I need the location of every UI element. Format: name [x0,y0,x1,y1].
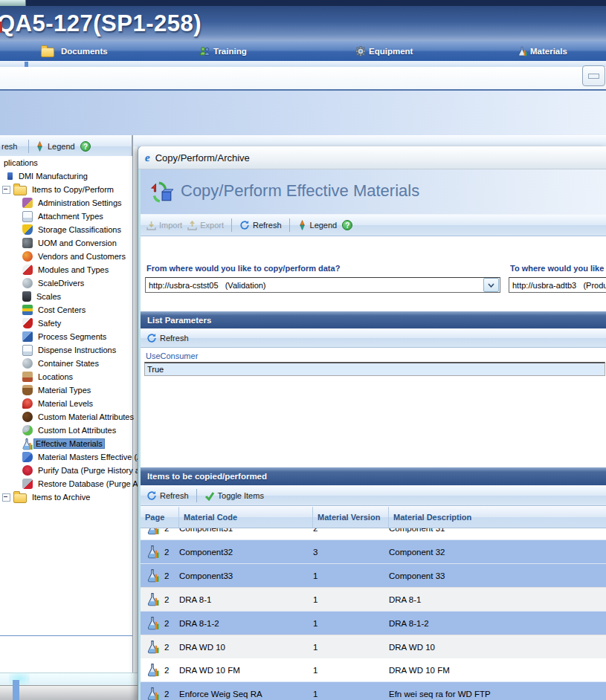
cell-code: Component32 [179,548,313,557]
tree-label: plications [2,158,39,167]
legend-icon [297,220,307,230]
refresh-icon [146,490,157,501]
refresh-button[interactable]: Refresh [239,220,282,230]
tree-item-attachment-types[interactable]: Attachment Types [0,210,132,223]
tree-item-administration-settings[interactable]: Administration Settings [0,196,132,210]
import-button[interactable]: Import [146,221,182,230]
toggle-items-button[interactable]: Toggle Items [204,491,264,501]
tree-item-scaledrivers[interactable]: ScaleDrivers [0,276,132,290]
refresh-label: resh [1,142,17,151]
menu-equipment[interactable]: Equipment [355,41,413,61]
top-strip [0,0,606,6]
table-row[interactable]: 2 DRA WD 10 FM 1 DRA WD 10 FM [141,658,606,681]
table-header: Page Material Code Material Version Mate… [141,507,606,528]
tree-label: Items to Copy/Perform [30,185,115,194]
cell-description: DRA 8-1 [389,595,606,604]
tree-label: Items to Archive [30,493,91,502]
tree-item-dmi-manufacturing[interactable]: DMI Manufacturing [0,169,132,183]
column-header-material-version[interactable]: Material Version [313,507,389,528]
tree-item-material-masters-effective[interactable]: Material Masters Effective (A [0,450,132,464]
tree-item-applications[interactable]: plications [0,156,132,169]
flask-icon [141,616,164,630]
tree-label: UOM and Conversion [36,239,118,247]
export-label: Export [200,221,224,230]
dialog-titlebar[interactable]: e Copy/Perform/Archive [138,146,606,169]
tree-panel-divider [0,635,132,636]
restore-button[interactable] [582,65,605,86]
from-select[interactable]: http://usbra-cstst05 (Validation) [145,277,500,293]
scrollbar-thumb[interactable] [13,680,19,700]
flask-icon [141,568,164,583]
tree-item-restore-database[interactable]: Restore Database (Purge All [0,477,132,490]
people-icon [199,46,210,56]
help-icon: ? [80,141,91,152]
menu-label: Equipment [369,47,413,56]
menu-materials[interactable]: Materials [517,41,567,61]
legend-label: Legend [48,142,75,151]
tree-item-purify-data[interactable]: Purify Data (Purge History a [0,464,132,477]
table-row[interactable]: 2 DRA WD 10 1 DRA WD 10 [141,635,606,658]
flask-icon [141,640,164,654]
tree-item-items-to-archive[interactable]: Items to Archive [0,490,132,504]
window-top-strip [0,61,606,67]
legend-button[interactable]: Legend [35,136,75,157]
export-button[interactable]: Export [187,221,224,230]
cell-page: 2 [164,528,179,533]
tree-label: Material Types [36,386,92,395]
tree-item-storage-classifications[interactable]: Storage Classifications [0,223,132,236]
flask-icon [517,46,527,56]
cell-page: 2 [164,666,179,675]
column-header-material-code[interactable]: Material Code [179,507,313,528]
table-row[interactable]: 2 Enforce Weig Seq RA 1 Efn wei seq ra f… [141,681,606,700]
folder-icon [13,186,27,195]
help-button[interactable]: ? [80,136,91,157]
column-header-material-description[interactable]: Material Description [389,507,606,528]
cell-page: 2 [164,548,179,557]
refresh-button-clipped[interactable]: resh [1,136,17,157]
tree-item-material-types[interactable]: Material Types [0,383,132,397]
tree-item-container-states[interactable]: Container States [0,357,132,370]
refresh-label: Refresh [253,221,282,230]
tree-item-process-segments[interactable]: Process Segments [0,330,132,343]
dialog-header-title: Copy/Perform Effective Materials [181,181,419,201]
useconsumer-input[interactable]: True [144,362,605,376]
table-row[interactable]: 2 Component32 3 Component 32 [141,539,606,563]
menu-training[interactable]: Training [199,41,247,61]
tree-item-dispense-instructions[interactable]: Dispense Instructions [0,343,132,357]
tree-item-safety[interactable]: Safety [0,317,132,330]
table-row[interactable]: 2 DRA 8-1-2 1 DRA 8-1-2 [141,611,606,635]
chevron-down-icon[interactable] [483,278,499,292]
to-select[interactable]: http://usbra-adtb3 (Production) [509,277,606,293]
refresh-button[interactable]: Refresh [146,333,189,343]
tree-item-items-to-copy-perform[interactable]: Items to Copy/Perform [0,183,132,196]
collapse-icon[interactable] [2,186,10,194]
column-header-page[interactable]: Page [141,507,179,528]
tree-item-effective-materials[interactable]: Effective Materials [0,437,132,450]
table-row[interactable]: 2 Component33 1 Component 33 [141,563,606,587]
tree-item-cost-centers[interactable]: Cost Centers [0,303,132,317]
weight-icon [22,291,31,302]
flask-icon [141,528,164,535]
collapse-icon[interactable] [2,493,10,502]
refresh-button[interactable]: Refresh [146,490,189,501]
tree-item-material-levels[interactable]: Material Levels [0,397,132,410]
table-row[interactable]: 2 DRA 8-1 1 DRA 8-1 [141,587,606,611]
import-label: Import [159,221,182,230]
tree-item-scales[interactable]: Scales [0,290,132,303]
legend-button[interactable]: Legend [297,220,338,230]
tree-item-locations[interactable]: Locations [0,370,132,383]
tree-item-vendors-and-customers[interactable]: Vendors and Customers [0,250,132,263]
tree-label: Locations [36,372,74,381]
cell-version: 1 [313,690,389,699]
table-row[interactable]: 2 Component31 2 Component 31 [141,528,606,539]
help-icon[interactable]: ? [342,220,352,230]
tree-item-modules-and-types[interactable]: Modules and Types [0,263,132,276]
tree-item-custom-lot-attributes[interactable]: Custom Lot Attributes [0,424,132,437]
menu-documents[interactable]: Documents [41,41,108,61]
dialog-body: Copy/Perform Effective Materials Import … [138,169,606,700]
toolbar-separator [289,218,290,232]
cell-version: 1 [313,595,389,604]
tree-item-uom-and-conversion[interactable]: UOM and Conversion [0,236,132,250]
import-icon [146,221,156,230]
tree-item-custom-material-attributes[interactable]: Custom Material Attributes [0,410,132,424]
